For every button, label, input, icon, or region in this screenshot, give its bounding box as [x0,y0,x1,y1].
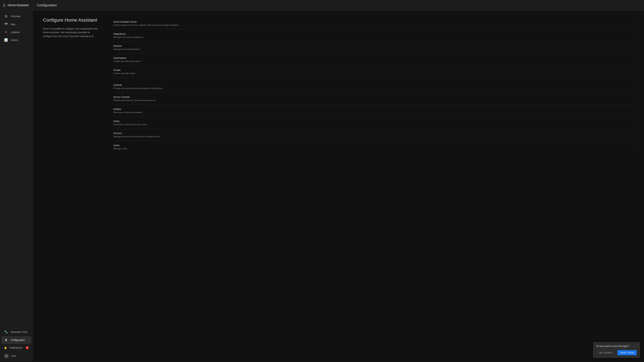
config-item-text: Server Controls Restart and stop the Hom… [113,96,630,102]
config-item-desc: Create and edit scripts [113,72,630,75]
topbar-title: Configuration [37,3,57,7]
config-item-devices[interactable]: Devices Manage connected devices › [113,41,634,54]
config-item-desc: Change your general Home Assistant confi… [113,87,630,89]
config-layout: Configure Home Assistant Here it is poss… [43,17,634,153]
sidebar-header: ☰ Home Assistant [0,0,33,11]
sidebar-item-configuration[interactable]: ⚙ Configuration [1,336,31,344]
map-icon: 🗺 [4,22,8,26]
config-item-title: Home Assistant Cloud [113,20,630,23]
config-item-desc: Overview of all known entities. [113,111,630,114]
chevron-right-icon: › [633,133,634,136]
sidebar-item-notifications[interactable]: 🔔 Notifications 1 [1,344,31,351]
user-label: User [12,355,16,357]
chevron-right-icon: › [633,58,634,61]
config-item-general[interactable]: General Change your general Home Assista… [113,81,634,93]
sidebar-item-label: Configuration [11,339,25,341]
config-intro: Configure Home Assistant Here it is poss… [43,17,100,43]
config-item-title: Persons [113,132,630,135]
config-item-title: General [113,84,630,86]
sidebar-item-label: Developer Tools [11,331,28,333]
config-item-text: General Change your general Home Assista… [113,84,630,89]
save-login-toast: Do you want to save this login? NO THANK… [593,342,640,358]
config-item-desc: Overview of all areas in your home. [113,123,630,126]
config-item-text: Automations Create and edit automations [113,57,630,62]
config-item-text: Integrations Manage and setup integratio… [113,32,630,38]
main: Configuration Configure Home Assistant H… [33,0,644,362]
config-list: Home Assistant Cloud Control away from h… [113,17,634,153]
chevron-right-icon: › [633,109,634,112]
config-item-desc: Manage the persons that Home Assistant t… [113,135,630,138]
sidebar-item-map[interactable]: 🗺 Map [1,20,31,28]
config-item-text: Persons Manage the persons that Home Ass… [113,132,630,138]
config-item-title: Areas [113,120,630,122]
config-item-text: Devices Manage connected devices [113,44,630,50]
toast-actions: NO THANKS SAVE LOGIN [596,350,636,355]
config-item-areas[interactable]: Areas Overview of all areas in your home… [113,117,634,129]
sidebar-nav: ⊞ Overview 🗺 Map ≡ Logbook 📊 History [0,11,33,326]
sidebar-item-overview[interactable]: ⊞ Overview [1,12,31,20]
chevron-right-icon: › [633,85,634,88]
sidebar-item-label: History [11,39,18,41]
chevron-right-icon: › [633,46,634,49]
config-item-title: Server Controls [113,96,630,98]
config-item-persons[interactable]: Persons Manage the persons that Home Ass… [113,129,634,141]
config-item-automations[interactable]: Automations Create and edit automations … [113,54,634,66]
toast-message: Do you want to save this login? [596,345,636,348]
chevron-right-icon: › [633,121,634,124]
notifications-icon: 🔔 [4,347,7,349]
intro-text: Here it is possible to configure your co… [43,27,100,38]
config-item-desc: Manage connected devices [113,48,630,50]
sidebar-item-label: Logbook [11,31,20,33]
chevron-right-icon: › [633,34,634,37]
config-item-text: Entities Overview of all known entities. [113,108,630,114]
sidebar-item-user[interactable]: U User [1,352,31,360]
history-icon: 📊 [4,38,8,42]
sidebar-item-label: Overview [11,15,20,17]
sidebar-item-logbook[interactable]: ≡ Logbook [1,28,31,36]
config-item-desc: Control away from home, integrate with A… [113,24,630,26]
page-title: Configure Home Assistant [43,17,100,23]
configuration-icon: ⚙ [4,338,8,342]
config-item-text: Areas Overview of all areas in your home… [113,120,630,126]
config-item-scripts[interactable]: Scripts Create and edit scripts › [113,66,634,78]
config-item-desc: Create and edit automations [113,60,630,62]
config-item-title: Users [113,144,630,147]
no-thanks-button[interactable]: NO THANKS [596,350,615,355]
config-item-text: Users Manage users [113,144,630,150]
developer-tools-icon: 🔧 [4,330,8,334]
config-item-entities[interactable]: Entities Overview of all known entities.… [113,105,634,117]
sidebar-item-label: Map [11,23,15,26]
app-title: Home Assistant [8,3,29,7]
overview-icon: ⊞ [4,14,8,18]
config-item-users[interactable]: Users Manage users › [113,141,634,153]
sidebar-bottom: 🔧 Developer Tools ⚙ Configuration 🔔 Noti… [0,326,33,362]
config-item-title: Entities [113,108,630,110]
config-item-title: Scripts [113,69,630,71]
sidebar-item-developer-tools[interactable]: 🔧 Developer Tools [1,328,31,336]
save-login-button[interactable]: SAVE LOGIN [617,350,636,355]
config-item-title: Automations [113,57,630,59]
config-item-title: Devices [113,44,630,47]
config-item-desc: Restart and stop the Home Assistant serv… [113,99,630,102]
config-item-text: Home Assistant Cloud Control away from h… [113,20,630,26]
chevron-right-icon: › [633,70,634,73]
topbar: Configuration [33,0,644,11]
logbook-icon: ≡ [4,30,8,34]
config-item-desc: Manage and setup integrations [113,36,630,38]
config-item-server-controls[interactable]: Server Controls Restart and stop the Hom… [113,93,634,105]
config-item-integrations[interactable]: Integrations Manage and setup integratio… [113,29,634,41]
menu-icon[interactable]: ☰ [3,3,6,7]
content-area: Configure Home Assistant Here it is poss… [33,11,644,362]
notifications-badge: 1 [26,346,29,349]
sidebar: ☰ Home Assistant ⊞ Overview 🗺 Map ≡ Logb… [0,0,33,362]
notifications-label: Notifications [10,347,22,349]
avatar: U [4,354,9,358]
chevron-right-icon: › [633,145,634,148]
chevron-right-icon: › [633,22,634,25]
config-item-title: Integrations [113,32,630,35]
chevron-right-icon: › [633,97,634,100]
config-item-text: Scripts Create and edit scripts [113,69,630,75]
config-item-desc: Manage users [113,147,630,150]
config-item-cloud[interactable]: Home Assistant Cloud Control away from h… [113,17,634,29]
sidebar-item-history[interactable]: 📊 History [1,36,31,44]
